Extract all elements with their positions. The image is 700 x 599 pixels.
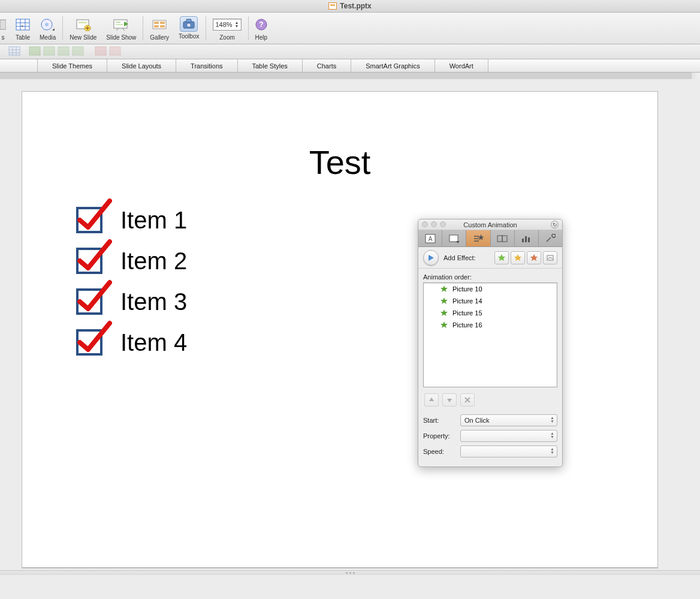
tab-slide-layouts[interactable]: Slide Layouts <box>107 59 176 72</box>
move-down-button[interactable] <box>442 393 457 407</box>
svg-rect-37 <box>29 47 40 55</box>
checkmark-icon <box>76 196 112 232</box>
emphasis-effect-button[interactable] <box>511 251 525 264</box>
panel-tab-animation[interactable] <box>466 230 490 246</box>
svg-point-8 <box>45 23 49 26</box>
zoom-stepper-icon[interactable]: ▲▼ <box>235 21 239 28</box>
tab-slide-themes[interactable]: Slide Themes <box>37 59 107 72</box>
toolbar-sep <box>143 16 143 40</box>
toolbox-button[interactable]: i Toolbox <box>174 15 204 41</box>
table-tool-icon[interactable] <box>29 46 41 57</box>
custom-animation-panel[interactable]: Custom Animation ↻ A Add Effect: Animati… <box>418 219 563 467</box>
delete-button[interactable] <box>460 393 475 407</box>
close-icon <box>464 396 471 404</box>
zoom-control[interactable]: 148% ▲▼ Zoom <box>208 15 246 42</box>
svg-marker-58 <box>514 254 521 261</box>
motion-path-button[interactable] <box>543 251 557 264</box>
gallery-icon <box>152 18 167 31</box>
table-tool-icon[interactable] <box>72 46 84 57</box>
toolbar-sep <box>206 16 206 40</box>
svg-rect-23 <box>160 22 165 24</box>
new-slide-button[interactable]: New Slide <box>65 15 101 42</box>
zoom-icon[interactable] <box>440 221 446 227</box>
animation-item[interactable]: Picture 16 <box>424 319 557 331</box>
tab-smartart[interactable]: SmartArt Graphics <box>351 59 434 72</box>
tab-charts[interactable]: Charts <box>302 59 351 72</box>
panel-tab-text[interactable]: A <box>418 230 442 246</box>
minimize-icon[interactable] <box>431 221 437 227</box>
svg-rect-51 <box>497 236 502 242</box>
help-button[interactable]: ? Help <box>251 15 273 42</box>
animation-item[interactable]: Picture 14 <box>424 295 557 307</box>
start-label: Start: <box>423 417 457 424</box>
toolbar-unknown-left[interactable]: s <box>0 15 11 42</box>
toolbox-label: Toolbox <box>179 33 199 40</box>
svg-line-20 <box>122 28 125 31</box>
svg-rect-40 <box>73 47 83 55</box>
item-text: Item 4 <box>120 329 187 356</box>
close-icon[interactable] <box>422 221 428 227</box>
animation-item[interactable]: Picture 15 <box>424 307 557 319</box>
slide-content-list: Item 1 Item 2 Item 3 <box>76 200 187 363</box>
svg-rect-24 <box>154 25 159 28</box>
animation-order-label: Animation order: <box>418 269 562 282</box>
start-row: Start: On Click ▲▼ <box>418 413 562 428</box>
gallery-button[interactable]: Gallery <box>145 15 174 42</box>
svg-rect-11 <box>79 22 87 23</box>
table-tool-icon[interactable] <box>109 46 121 57</box>
svg-marker-50 <box>478 234 484 240</box>
panel-tab-slide[interactable] <box>442 230 466 246</box>
sync-icon[interactable]: ↻ <box>551 221 559 228</box>
entrance-effect-button[interactable] <box>494 251 509 264</box>
media-button[interactable]: Media <box>35 15 61 42</box>
panel-tabs: A <box>418 230 562 247</box>
table-tool-icon[interactable] <box>95 46 107 57</box>
window-controls[interactable] <box>422 221 446 227</box>
panel-tab-transition[interactable] <box>491 230 515 246</box>
animation-order-list[interactable]: Picture 10 Picture 14 Picture 15 Picture… <box>423 282 557 387</box>
zoom-value-box[interactable]: 148% ▲▼ <box>213 19 241 31</box>
speed-row: Speed: ▲▼ <box>418 444 562 459</box>
effect-row: Add Effect: <box>418 247 562 269</box>
svg-marker-46 <box>456 241 460 243</box>
list-item: Item 4 <box>76 322 187 363</box>
panel-tab-tools[interactable] <box>539 230 562 246</box>
table-button[interactable]: Table <box>11 15 35 42</box>
exit-effect-button[interactable] <box>527 251 541 264</box>
footer-grip[interactable] <box>0 570 700 575</box>
svg-rect-17 <box>116 24 123 25</box>
slide-show-button[interactable]: Slide Show <box>101 15 141 42</box>
svg-rect-52 <box>502 236 507 242</box>
animation-item[interactable]: Picture 10 <box>424 283 557 295</box>
panel-tab-chart[interactable] <box>515 230 539 246</box>
svg-marker-57 <box>498 254 505 261</box>
tab-table-styles[interactable]: Table Styles <box>237 59 302 72</box>
svg-rect-45 <box>449 235 458 242</box>
speed-select[interactable]: ▲▼ <box>460 446 557 457</box>
tab-transitions[interactable]: Transitions <box>176 59 237 72</box>
table-tool-icon[interactable] <box>43 46 55 57</box>
checkbox-icon <box>76 248 102 274</box>
svg-rect-41 <box>95 47 106 55</box>
table-tool-icon[interactable] <box>8 46 20 57</box>
svg-marker-66 <box>447 399 452 402</box>
move-up-button[interactable] <box>424 393 439 407</box>
svg-rect-25 <box>160 25 165 28</box>
checkmark-icon <box>76 278 112 314</box>
svg-marker-63 <box>440 309 448 316</box>
svg-rect-22 <box>154 22 159 24</box>
svg-marker-59 <box>530 254 538 261</box>
property-select[interactable]: ▲▼ <box>460 430 557 442</box>
zoom-label: Zoom <box>219 34 235 41</box>
tab-wordart[interactable]: WordArt <box>435 59 488 72</box>
list-item: Item 2 <box>76 240 187 281</box>
table-tool-icon[interactable] <box>58 46 70 57</box>
svg-line-19 <box>116 28 119 31</box>
svg-rect-27 <box>186 19 191 22</box>
speed-label: Speed: <box>423 448 457 455</box>
start-select[interactable]: On Click ▲▼ <box>460 414 557 426</box>
play-button[interactable] <box>423 250 439 266</box>
play-icon <box>427 254 435 261</box>
panel-titlebar[interactable]: Custom Animation ↻ <box>418 219 562 230</box>
svg-rect-42 <box>110 47 120 55</box>
